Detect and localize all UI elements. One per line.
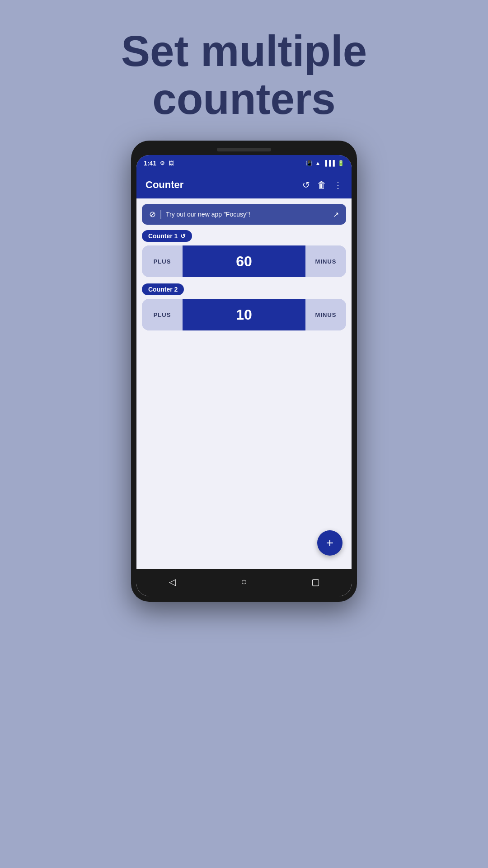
counter-2-minus-button[interactable]: MINUS xyxy=(305,299,346,330)
counter-1-reset-icon: ↺ xyxy=(180,232,186,240)
counter-1-section: Counter 1 ↺ PLUS 60 MINUS xyxy=(142,230,346,277)
delete-icon[interactable]: 🗑 xyxy=(317,180,326,190)
external-link-icon[interactable]: ↗ xyxy=(333,210,339,219)
content-area: ⊘ Try out our new app "Focusy"! ↗ Counte… xyxy=(136,198,352,569)
app-title: Counter xyxy=(145,179,183,191)
counter-1-plus-button[interactable]: PLUS xyxy=(142,245,183,277)
nav-recents-button[interactable] xyxy=(307,573,325,591)
add-icon: + xyxy=(326,536,333,550)
status-right: 📳 ▲ ▐▐▐ 🔋 xyxy=(306,160,344,166)
promo-text: Try out our new app "Focusy"! xyxy=(166,211,250,218)
counter-2-value: 10 xyxy=(183,299,305,330)
counter-2-plus-button[interactable]: PLUS xyxy=(142,299,183,330)
nav-home-button[interactable] xyxy=(235,573,253,591)
phone-notch xyxy=(217,148,271,151)
promo-divider xyxy=(160,210,161,219)
counter-1-value: 60 xyxy=(183,245,305,277)
gear-icon: ⚙ xyxy=(160,160,165,166)
counter-1-minus-button[interactable]: MINUS xyxy=(305,245,346,277)
counter-2-label: Counter 2 xyxy=(142,283,184,295)
headline-line2: counters xyxy=(152,75,335,123)
signal-icon: ▐▐▐ xyxy=(323,160,335,166)
headline-line1: Set multiple xyxy=(121,27,367,75)
app-bar: Counter ↺ 🗑 ⋮ xyxy=(136,171,352,198)
compass-icon: ⊘ xyxy=(149,209,156,219)
phone-device: 1:41 ⚙ 🖼 📳 ▲ ▐▐▐ 🔋 Counter ↺ 🗑 ⋮ xyxy=(131,141,357,602)
nav-back-button[interactable] xyxy=(163,573,181,591)
app-bar-actions: ↺ 🗑 ⋮ xyxy=(302,179,343,190)
status-time: 1:41 xyxy=(144,160,156,167)
reset-icon[interactable]: ↺ xyxy=(302,179,310,190)
bottom-nav xyxy=(136,569,352,596)
status-left: 1:41 ⚙ 🖼 xyxy=(144,160,174,167)
add-counter-button[interactable]: + xyxy=(317,530,343,556)
counter-1-label: Counter 1 ↺ xyxy=(142,230,192,242)
counter-2-row: PLUS 10 MINUS xyxy=(142,299,346,330)
counter-2-section: Counter 2 PLUS 10 MINUS xyxy=(142,283,346,330)
battery-icon: 🔋 xyxy=(338,160,344,166)
gallery-icon: 🖼 xyxy=(169,160,174,166)
wifi-icon: ▲ xyxy=(315,160,321,166)
counter-1-row: PLUS 60 MINUS xyxy=(142,245,346,277)
phone-screen: 1:41 ⚙ 🖼 📳 ▲ ▐▐▐ 🔋 Counter ↺ 🗑 ⋮ xyxy=(136,155,352,596)
headline: Set multiple counters xyxy=(94,27,394,123)
promo-left: ⊘ Try out our new app "Focusy"! xyxy=(149,209,250,219)
promo-banner[interactable]: ⊘ Try out our new app "Focusy"! ↗ xyxy=(142,204,346,225)
vibrate-icon: 📳 xyxy=(306,160,313,166)
status-bar: 1:41 ⚙ 🖼 📳 ▲ ▐▐▐ 🔋 xyxy=(136,155,352,171)
more-vertical-icon[interactable]: ⋮ xyxy=(333,179,343,190)
